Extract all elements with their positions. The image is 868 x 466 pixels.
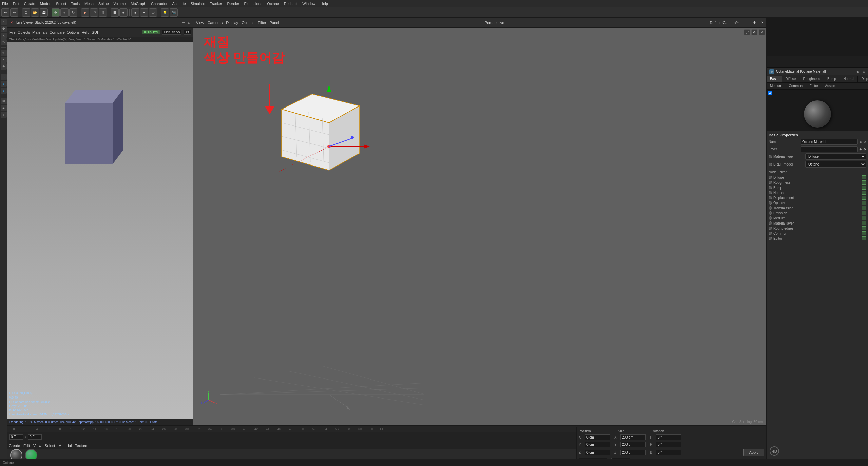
y-position-input[interactable]: 0 cm xyxy=(585,442,610,447)
undo-button[interactable]: ↩ xyxy=(1,8,9,17)
menu-mesh[interactable]: Mesh xyxy=(84,2,94,6)
current-frame-input[interactable] xyxy=(9,434,23,440)
y-size-input[interactable]: 200 cm xyxy=(620,442,646,447)
close-icon[interactable]: ✕ xyxy=(10,21,13,24)
move-btn[interactable]: ✥ xyxy=(1,26,7,32)
menu-simulate[interactable]: Simulate xyxy=(191,2,205,6)
rotate-btn[interactable]: ↻ xyxy=(1,39,7,45)
node-roundedges-check[interactable] xyxy=(862,226,866,230)
shader2-btn[interactable]: S xyxy=(1,81,7,87)
material-manager-button[interactable]: ◈ xyxy=(119,8,128,17)
rv-expand-icon[interactable]: ⛶ xyxy=(745,21,748,24)
menu-edit[interactable]: Edit xyxy=(13,2,19,6)
menu-tracker[interactable]: Tracker xyxy=(210,2,223,6)
menu-octane[interactable]: Octane xyxy=(267,2,279,6)
menu-volume[interactable]: Volume xyxy=(114,2,126,6)
mat-tab-basic[interactable]: Basic xyxy=(767,76,782,82)
menu-window[interactable]: Window xyxy=(302,2,315,6)
node-editor-check[interactable] xyxy=(862,236,866,240)
object-manager-button[interactable]: ☰ xyxy=(111,8,119,17)
node-bump-check[interactable] xyxy=(862,186,866,190)
viewport-close-btn[interactable]: ✕ xyxy=(759,29,765,35)
menu-animate[interactable]: Animate xyxy=(172,2,186,6)
mat-edit-menu[interactable]: Edit xyxy=(23,444,30,448)
node-common-check[interactable] xyxy=(862,231,866,235)
mat-enabled-checkbox[interactable] xyxy=(768,91,772,95)
node-diffuse-check[interactable] xyxy=(862,175,866,179)
mat-tab-normal[interactable]: Normal xyxy=(840,76,858,82)
knife-btn[interactable]: ✂ xyxy=(1,57,7,63)
lv-gui-menu[interactable]: GUI xyxy=(91,30,98,34)
save-button[interactable]: 💾 xyxy=(40,8,48,17)
mat-tab-bump[interactable]: Bump xyxy=(824,76,840,82)
menu-create[interactable]: Create xyxy=(24,2,35,6)
shader-btn[interactable]: S xyxy=(1,74,7,80)
rv-filter-menu[interactable]: Filter xyxy=(258,21,266,25)
lv-compare-menu[interactable]: Compare xyxy=(50,30,65,34)
node-medium-check[interactable] xyxy=(862,216,866,220)
node-displacement-check[interactable] xyxy=(862,196,866,200)
z-size-input[interactable]: 200 cm xyxy=(620,450,646,455)
rv-panel-menu[interactable]: Panel xyxy=(270,21,279,25)
prop-name-input[interactable] xyxy=(801,139,858,145)
shader3-btn[interactable]: S xyxy=(1,88,7,94)
menu-mograph[interactable]: MoGraph xyxy=(131,2,146,6)
prop-layer-settings[interactable]: ⚙ xyxy=(863,148,866,151)
node-opacity-check[interactable] xyxy=(862,201,866,205)
viewport-expand-btn[interactable]: ⛶ xyxy=(744,29,750,35)
redo-button[interactable]: ↪ xyxy=(10,8,18,17)
magnet-btn[interactable]: ⊕ xyxy=(1,63,7,70)
rv-display-menu[interactable]: Display xyxy=(226,21,238,25)
rv-cameras-menu[interactable]: Cameras xyxy=(208,21,223,25)
mat-tab-displacement[interactable]: Displacement xyxy=(858,76,868,82)
mat-header-expand[interactable]: ⊕ xyxy=(856,70,859,73)
brush-btn[interactable]: ⊞ xyxy=(1,98,7,104)
menu-select[interactable]: Select xyxy=(56,2,66,6)
mat-tab-diffuse[interactable]: Diffuse xyxy=(782,76,799,82)
rv-view-menu[interactable]: View xyxy=(196,21,204,25)
mat-subtab-editor[interactable]: Editor xyxy=(806,83,822,89)
menu-character[interactable]: Character xyxy=(151,2,167,6)
new-button[interactable]: 🗋 xyxy=(22,8,30,17)
minimize-icon[interactable]: ─ xyxy=(182,21,185,24)
menu-modes[interactable]: Modes xyxy=(40,2,51,6)
menu-render[interactable]: Render xyxy=(227,2,239,6)
perspective-content[interactable]: 재질 색상 만들어감 xyxy=(193,28,766,425)
mat-material-menu[interactable]: Material xyxy=(58,444,72,448)
mat-subtab-assign[interactable]: Assign xyxy=(822,83,838,89)
lv-options-menu[interactable]: Options xyxy=(67,30,80,34)
mat-select-menu[interactable]: Select xyxy=(45,444,55,448)
mat-texture-menu[interactable]: Texture xyxy=(75,444,87,448)
live-viewer-content[interactable]: RTX 3070[T18.6] %0 49 Out-of-core used/m… xyxy=(7,42,193,419)
render-button[interactable]: ▶ xyxy=(81,8,89,17)
mat-subtab-common[interactable]: Common xyxy=(786,83,806,89)
apply-button[interactable]: Apply xyxy=(743,449,764,456)
mat-tab-roughness[interactable]: Roughness xyxy=(799,76,824,82)
menu-help[interactable]: Help xyxy=(320,2,328,6)
render-region-button[interactable]: ⬚ xyxy=(90,8,98,17)
lv-pt-select[interactable]: PT xyxy=(184,30,191,35)
menu-tools[interactable]: Tools xyxy=(71,2,80,6)
cube-button[interactable]: ■ xyxy=(131,8,139,17)
frame-alt-input[interactable] xyxy=(28,434,42,440)
sculpt-btn[interactable]: ◈ xyxy=(1,105,7,111)
x-position-input[interactable]: 0 cm xyxy=(585,434,610,440)
mat-header-settings[interactable]: ⚙ xyxy=(863,70,865,73)
x-size-input[interactable]: 200 cm xyxy=(620,434,646,440)
node-normal-check[interactable] xyxy=(862,191,866,195)
node-roughness-check[interactable] xyxy=(862,180,866,185)
rv-options-menu[interactable]: Options xyxy=(242,21,254,25)
select-tool-btn[interactable]: ↖ xyxy=(1,19,7,25)
move-tool-button[interactable]: ✥ xyxy=(52,8,60,17)
render-settings-button[interactable]: ⚙ xyxy=(99,8,107,17)
camera-tool-button[interactable]: 📷 xyxy=(170,8,178,17)
node-emission-check[interactable] xyxy=(862,211,866,215)
menu-spline[interactable]: Spline xyxy=(98,2,109,6)
rotate-tool-button[interactable]: ↻ xyxy=(69,8,77,17)
node-matlayer-check[interactable] xyxy=(862,221,866,225)
perspective-viewport[interactable]: View Cameras Display Options Filter Pane… xyxy=(193,18,766,425)
light-button[interactable]: 💡 xyxy=(161,8,169,17)
mat-subtab-medium[interactable]: Medium xyxy=(767,83,786,89)
mat-view-menu[interactable]: View xyxy=(33,444,41,448)
scale-btn[interactable]: ⤡ xyxy=(1,33,7,39)
